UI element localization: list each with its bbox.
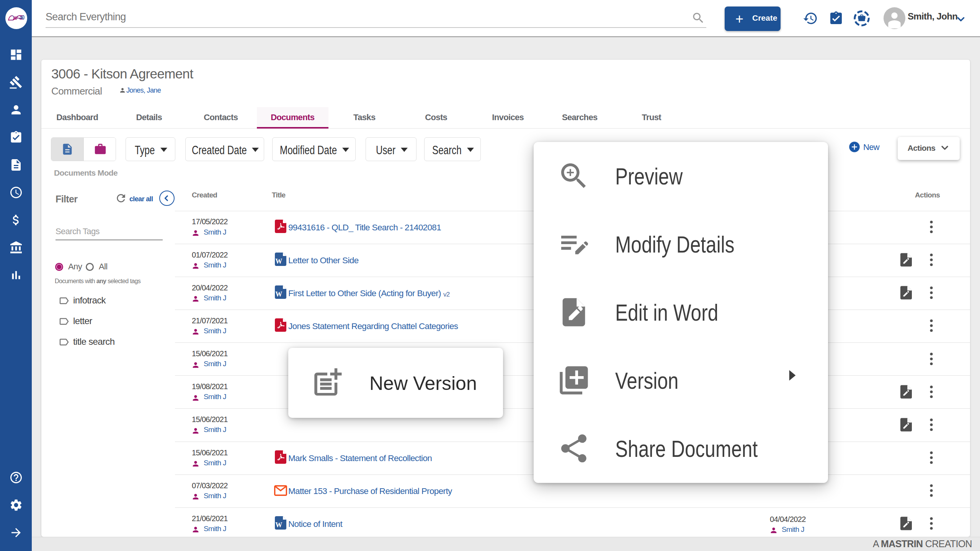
svg-text:W: W (275, 521, 282, 529)
svg-text:W: W (275, 290, 282, 298)
svg-text:W: W (275, 258, 282, 265)
